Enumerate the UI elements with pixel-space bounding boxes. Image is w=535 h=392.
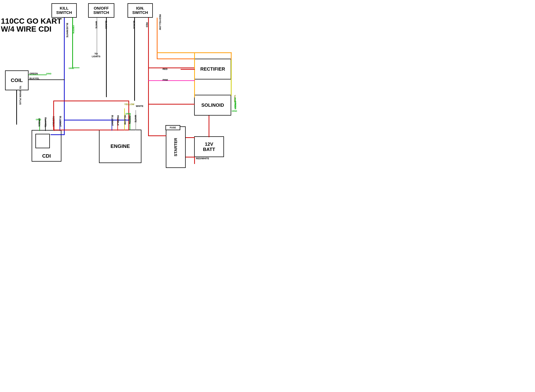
ign-redyel-label: RED/YELLOW <box>152 21 168 23</box>
onoff-switch-box: ON/OFFSWITCH <box>88 3 114 18</box>
cdi-red-outline-top <box>53 101 129 101</box>
battery-box: 12VBATT <box>194 136 224 157</box>
wiring-diagram: 110CC GO KARTW/4 WIRE CDI COIL CDI ENGIN… <box>0 0 268 196</box>
grnd-cdi-green: GRND <box>36 119 41 121</box>
solinoid-box: SOLINOID <box>194 95 231 116</box>
pink-wire-h <box>148 80 195 81</box>
rectifier-box: RECTIFIER <box>194 59 231 79</box>
ign-black-label: BLACK <box>130 23 138 26</box>
red-to-solinoid-horiz <box>181 104 195 105</box>
rectifier-red-down <box>181 69 195 70</box>
rectifier-yellow-right <box>231 52 232 60</box>
diagram-title: 110CC GO KARTW/4 WIRE CDI <box>1 17 61 33</box>
ign-switch-box: IGN.SWITCH <box>127 3 153 18</box>
engine-white-label: WHITE <box>132 117 139 120</box>
battery-red-down <box>194 157 195 164</box>
grnd-engine-green: GRND <box>126 113 131 115</box>
green-kill-label: GREEN <box>69 28 77 31</box>
coil-box: COIL <box>5 70 28 90</box>
red-to-fuse-horiz <box>148 135 166 136</box>
grnd-coil-label: GRND <box>46 73 51 75</box>
yellow-engine-label-top: YELLOW <box>124 103 134 106</box>
coil-blkyel-label: BLK/YEL <box>29 77 40 80</box>
rectifier-red-label: RED <box>163 68 167 70</box>
redyel-top-horiz <box>157 52 232 53</box>
pink-label: PINK <box>163 79 168 81</box>
blue-white-wire-vertical <box>64 18 65 135</box>
starter-to-battery-horiz <box>186 137 195 138</box>
green-kill-horiz <box>72 68 80 68</box>
ign-red-wire-h <box>148 68 195 68</box>
spark-plug-label: TO SPARK PLUG <box>11 94 30 97</box>
starter-box: STARTER <box>166 126 186 168</box>
redyel-to-solinoid-v <box>194 52 195 98</box>
solinoid-green-wire <box>235 98 235 108</box>
solinoid-red-down <box>148 104 149 127</box>
battery-red-wire-h <box>186 157 195 158</box>
engine-box: ENGINE <box>99 130 141 163</box>
cdi-red-outline-left <box>53 101 54 130</box>
onoff-black-label: BLACK <box>102 23 110 26</box>
fuse-box: FUSE <box>165 125 180 130</box>
cdi-bluwht-label: BLU/WHT <box>55 120 66 123</box>
white-engine-right: WHITE <box>136 105 143 107</box>
coil-green-label: GREEN <box>29 72 38 75</box>
to-lights-label: TOLIGHTS <box>92 52 100 58</box>
grnd-solinoid: GRND <box>232 110 237 112</box>
kill-switch-box: KILLSWITCH <box>52 3 77 18</box>
battery-red-white-label: RED/WHITE <box>196 157 209 160</box>
ign-to-rect-red-v <box>148 18 149 53</box>
onoff-black-wire <box>106 18 107 97</box>
solinoid-to-battery-red <box>209 116 209 137</box>
ign-redyel-horiz <box>157 59 195 59</box>
blue-white-wire-horiz <box>51 134 65 135</box>
ign-black-wire <box>134 18 135 101</box>
onoff-white-label: WHITE <box>93 23 100 26</box>
